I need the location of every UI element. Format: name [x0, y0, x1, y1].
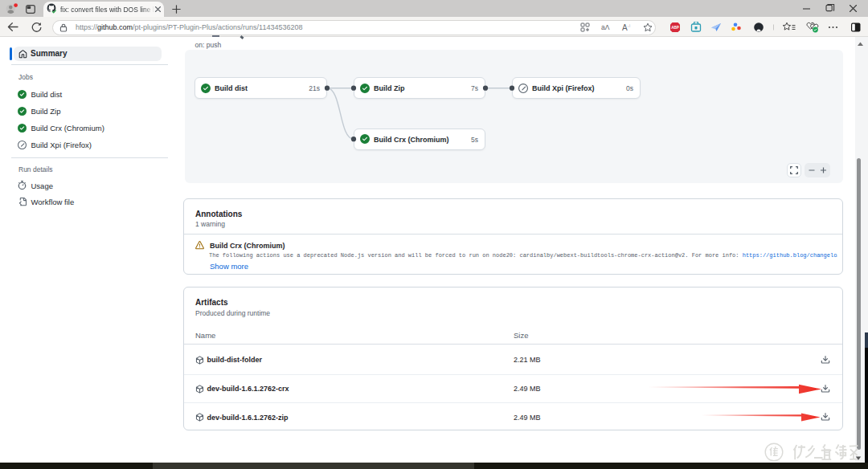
svg-text:ABP: ABP: [671, 26, 679, 30]
svg-text:A: A: [622, 23, 628, 32]
svg-text:aɅ: aɅ: [601, 23, 610, 31]
svg-text:⑁: ⑁: [628, 23, 630, 28]
